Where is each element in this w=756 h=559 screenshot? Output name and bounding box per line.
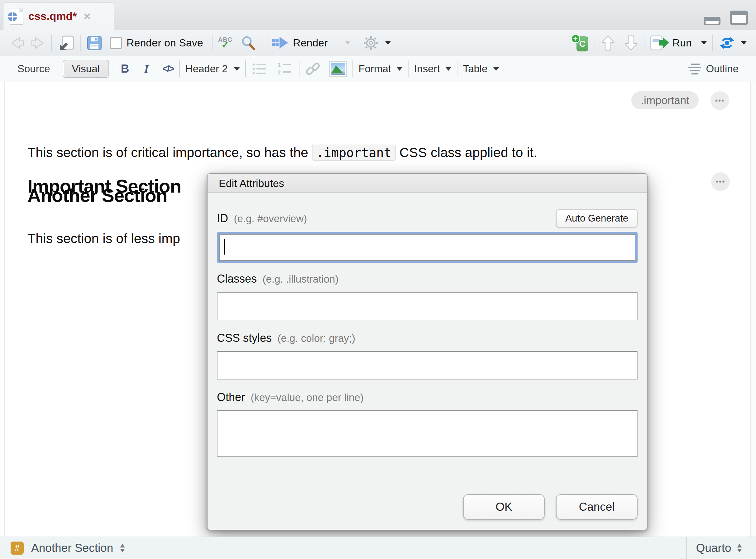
section-options-icon[interactable]: ••• xyxy=(711,91,729,110)
id-input-focus-ring xyxy=(217,232,638,263)
ok-button[interactable]: OK xyxy=(463,494,545,520)
paragraph-1[interactable]: This section is of critical importance, … xyxy=(27,145,537,160)
render-button[interactable]: Render xyxy=(293,37,328,49)
table-dropdown-icon[interactable] xyxy=(493,67,499,71)
gear-icon[interactable] xyxy=(363,36,378,50)
rerun-dropdown-icon[interactable] xyxy=(741,41,747,45)
visual-mode-button[interactable]: Visual xyxy=(63,60,109,78)
source-mode-button[interactable]: Source xyxy=(18,63,50,75)
divider xyxy=(245,61,246,77)
tab-css-qmd[interactable]: css.qmd* ✕ xyxy=(3,2,114,30)
classes-label-row: Classes (e.g. .illustration) xyxy=(217,272,638,285)
divider xyxy=(408,61,408,77)
bullet-list-icon[interactable] xyxy=(251,62,268,76)
spellcheck-icon[interactable]: ABC ✓ xyxy=(218,37,232,49)
divider xyxy=(457,61,458,77)
gutter-line xyxy=(4,82,5,537)
section-options-icon[interactable]: ••• xyxy=(711,172,730,191)
format-menu[interactable]: Format xyxy=(359,63,392,75)
rerun-icon[interactable] xyxy=(718,36,735,50)
search-icon[interactable] xyxy=(241,35,256,51)
other-label: Other xyxy=(217,391,245,403)
image-icon[interactable] xyxy=(329,61,347,77)
block-format-dropdown-icon[interactable] xyxy=(234,67,240,71)
divider xyxy=(212,35,213,51)
outline-toggle[interactable]: Outline xyxy=(706,63,738,75)
other-hint: (key=value, one per line) xyxy=(251,392,364,403)
close-icon[interactable]: ✕ xyxy=(83,11,91,22)
run-dropdown-icon[interactable] xyxy=(701,41,707,45)
svg-text:1: 1 xyxy=(277,62,281,68)
class-badge: .important xyxy=(631,91,699,109)
auto-generate-button[interactable]: Auto Generate xyxy=(556,209,638,227)
divider xyxy=(264,35,264,51)
main-toolbar: Render on Save ABC ✓ Render xyxy=(0,30,756,56)
tab-title: css.qmd* xyxy=(28,10,77,22)
save-icon[interactable] xyxy=(87,35,102,51)
css-styles-input[interactable] xyxy=(217,351,638,380)
divider xyxy=(179,61,180,77)
outline-location-selector[interactable]: # Another Section xyxy=(0,541,125,555)
table-menu[interactable]: Table xyxy=(463,63,488,75)
format-mode-label: Quarto xyxy=(696,541,731,555)
run-icon[interactable] xyxy=(650,35,670,51)
render-dropdown-icon[interactable] xyxy=(345,41,350,45)
maximize-icon[interactable] xyxy=(730,10,748,25)
format-mode-selector[interactable]: Quarto xyxy=(686,537,751,559)
forward-icon[interactable] xyxy=(29,35,45,51)
tab-bar: css.qmd* ✕ xyxy=(0,0,756,30)
inline-code-chip: .important xyxy=(312,144,396,161)
insert-chunk-icon[interactable]: C + xyxy=(571,34,589,52)
other-textarea[interactable] xyxy=(217,410,638,457)
numbered-list-icon[interactable]: 1 2 xyxy=(277,62,293,76)
divider xyxy=(115,61,115,77)
outline-icon[interactable] xyxy=(688,63,702,75)
gear-dropdown-icon[interactable] xyxy=(385,41,391,45)
editor-scrollbar[interactable] xyxy=(750,82,756,537)
insert-dropdown-icon[interactable] xyxy=(446,67,451,71)
open-in-new-window-icon[interactable] xyxy=(57,35,75,51)
divider xyxy=(595,35,595,51)
back-icon[interactable] xyxy=(9,35,26,51)
pane-controls xyxy=(704,10,748,25)
status-bar: # Another Section Quarto xyxy=(0,537,756,559)
id-label: ID xyxy=(217,212,228,225)
italic-button[interactable]: I xyxy=(144,62,149,76)
render-on-save-checkbox[interactable]: Render on Save xyxy=(110,37,203,49)
go-to-previous-chunk-icon[interactable] xyxy=(601,35,615,51)
bold-button[interactable]: B xyxy=(121,62,129,75)
link-icon[interactable] xyxy=(305,61,321,77)
inline-code-button[interactable]: </> xyxy=(162,63,174,74)
dialog-title: Edit Attributes xyxy=(207,174,647,193)
classes-hint: (e.g. .illustration) xyxy=(263,273,339,285)
other-label-row: Other (key=value, one per line) xyxy=(217,391,638,404)
quarto-file-icon xyxy=(10,8,23,25)
edit-attributes-dialog: Edit Attributes ID (e.g. #overview) Auto… xyxy=(207,173,648,530)
block-format-select[interactable]: Header 2 xyxy=(185,63,228,75)
insert-menu[interactable]: Insert xyxy=(414,63,440,75)
run-button[interactable]: Run xyxy=(672,37,692,49)
format-toolbar: Source Visual B I </> Header 2 1 2 Forma… xyxy=(0,56,756,82)
css-label-row: CSS styles (e.g. color: gray;) xyxy=(217,332,638,344)
heading-another-section[interactable]: Another Section xyxy=(27,185,167,206)
paragraph-2[interactable]: This section is of less imp xyxy=(27,231,180,246)
cancel-button[interactable]: Cancel xyxy=(556,494,638,520)
dialog-footer: OK Cancel xyxy=(463,494,638,520)
checkbox-unchecked[interactable] xyxy=(110,37,122,49)
go-to-next-chunk-icon[interactable] xyxy=(624,35,638,51)
heading-hash-icon: # xyxy=(10,541,24,555)
classes-input[interactable] xyxy=(217,292,638,320)
id-hint: (e.g. #overview) xyxy=(234,213,307,224)
current-section-label: Another Section xyxy=(31,541,113,555)
render-icon[interactable] xyxy=(271,36,289,50)
divider xyxy=(51,35,52,51)
svg-text:2: 2 xyxy=(277,69,281,76)
updown-icon xyxy=(737,544,742,552)
id-input[interactable] xyxy=(220,234,635,260)
minimize-icon[interactable] xyxy=(704,17,720,25)
updown-icon xyxy=(120,544,125,552)
css-styles-hint: (e.g. color: gray;) xyxy=(277,333,355,344)
divider xyxy=(299,61,299,77)
divider xyxy=(644,35,644,51)
format-dropdown-icon[interactable] xyxy=(397,67,402,71)
